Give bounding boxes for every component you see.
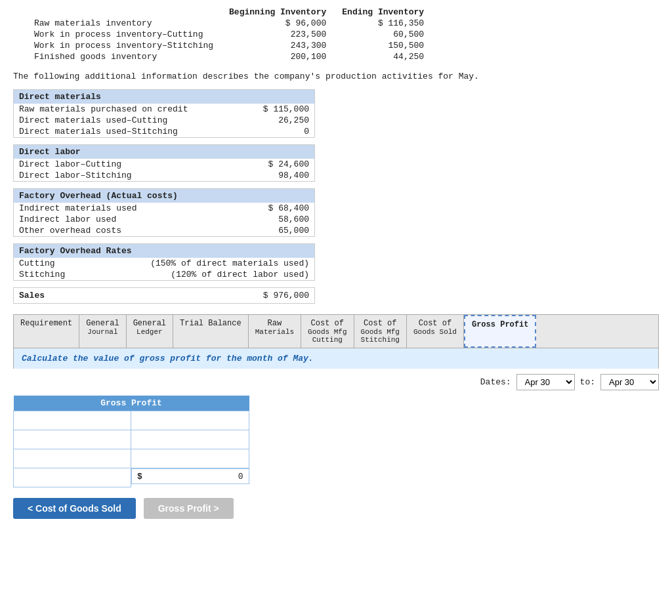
tab-cost-goods-sold-inner: Cost of Goods Sold	[413, 319, 457, 336]
gp-row-1-col1[interactable]	[14, 430, 131, 449]
beginning-inventory-header: Beginning Inventory	[221, 7, 334, 18]
for-row-1-value: (120% of direct labor used)	[171, 270, 309, 279]
tab-general-journal-inner: General Journal	[86, 319, 119, 336]
ending-inventory-header: Ending Inventory	[334, 7, 432, 18]
gp-row-1-col2[interactable]	[131, 430, 249, 449]
inventory-row-1-ending: 60,500	[334, 29, 432, 40]
inventory-row-0-beginning: $ 96,000	[221, 18, 334, 29]
inventory-row-1-label: Work in process inventory–Cutting	[26, 29, 221, 40]
gp-total-col1[interactable]	[14, 468, 131, 487]
for-row-0-value: (150% of direct materials used)	[150, 258, 309, 268]
fo-row-2-label: Other overhead costs	[19, 226, 257, 236]
fo-row-0: Indirect materials used $ 68,400	[14, 203, 314, 214]
dm-row-1-value: 26,250	[257, 115, 309, 125]
gp-header-row: Gross Profit	[14, 396, 249, 411]
for-row-1: Stitching (120% of direct labor used)	[14, 269, 314, 280]
tab-trial-balance[interactable]: Trial Balance	[173, 315, 249, 348]
for-row-0-label: Cutting	[19, 258, 150, 268]
instruction-bar: Calculate the value of gross profit for …	[13, 348, 659, 369]
inventory-row-3-label: Finished goods inventory	[26, 51, 221, 62]
tab-raw-materials-label2: Materials	[255, 328, 294, 336]
tab-trial-balance-label: Trial Balance	[180, 319, 242, 328]
fo-row-0-label: Indirect materials used	[19, 203, 257, 213]
direct-labor-row-0: Direct labor–Cutting $ 24,600	[14, 159, 314, 170]
tab-requirement[interactable]: Requirement	[14, 315, 79, 348]
dl-row-1-label: Direct labor–Stitching	[19, 171, 257, 180]
direct-labor-section: Direct labor Direct labor–Cutting $ 24,6…	[13, 144, 315, 182]
tab-general-journal-label2: Journal	[87, 328, 117, 336]
fo-row-2-value: 65,000	[257, 226, 309, 236]
tab-general-journal[interactable]: General Journal	[79, 315, 126, 348]
gp-header-cell: Gross Profit	[14, 396, 249, 411]
gross-profit-table-wrapper: Gross Profit $ 0	[13, 396, 249, 487]
fo-row-0-value: $ 68,400	[257, 203, 309, 213]
inventory-row-1-beginning: 223,500	[221, 29, 334, 40]
next-button[interactable]: Gross Profit >	[144, 498, 234, 519]
gp-row-2-col1[interactable]	[14, 449, 131, 468]
tab-cost-goods-mfg-stitching[interactable]: Cost of Goods Mfg Stitching	[354, 315, 407, 348]
dates-from-select[interactable]: Apr 30	[516, 374, 575, 390]
dl-row-0-label: Direct labor–Cutting	[19, 159, 257, 169]
additional-info-text: The following additional information des…	[13, 72, 659, 81]
dates-row: Dates: Apr 30 to: Apr 30	[13, 369, 659, 396]
tab-cgmc-label2: Goods Mfg	[308, 328, 346, 336]
gp-input-total-col1[interactable]	[19, 471, 125, 484]
inventory-table: Beginning Inventory Ending Inventory Raw…	[26, 7, 432, 62]
tab-general-ledger-label1: General	[133, 319, 166, 328]
direct-materials-row-0: Raw materials purchased on credit $ 115,…	[14, 104, 314, 115]
dm-row-0-value: $ 115,000	[257, 104, 309, 114]
tab-cgmc-label3: Cutting	[312, 336, 343, 344]
gp-input-0-col1[interactable]	[19, 414, 125, 427]
inventory-row-3-ending: 44,250	[334, 51, 432, 62]
tab-cgms-label1: Cost of	[364, 319, 396, 328]
tab-cgmc-label1: Cost of	[311, 319, 344, 328]
gp-total-col2: $ 0	[131, 468, 249, 484]
inventory-row-1: Work in process inventory–Cutting 223,50…	[26, 29, 432, 40]
gp-input-1-col1[interactable]	[19, 433, 125, 446]
tab-cost-goods-mfg-stitching-inner: Cost of Goods Mfg Stitching	[361, 319, 400, 344]
sales-label: Sales	[19, 291, 257, 300]
dm-row-2-value: 0	[257, 127, 309, 136]
inventory-row-0-ending: $ 116,350	[334, 18, 432, 29]
tab-cost-goods-mfg-cutting[interactable]: Cost of Goods Mfg Cutting	[301, 315, 354, 348]
direct-labor-header: Direct labor	[14, 145, 314, 159]
gp-data-row-2	[14, 449, 249, 468]
direct-materials-row-2: Direct materials used–Stitching 0	[14, 126, 314, 137]
dm-row-1-label: Direct materials used–Cutting	[19, 115, 257, 125]
gp-row-2-col2[interactable]	[131, 449, 249, 468]
gp-total-row: $ 0	[14, 468, 249, 487]
inventory-row-3-beginning: 200,100	[221, 51, 334, 62]
gp-row-0-col1[interactable]	[14, 411, 131, 430]
gp-input-2-col1[interactable]	[19, 452, 125, 465]
fo-row-1: Indirect labor used 58,600	[14, 214, 314, 225]
gp-input-1-col2[interactable]	[136, 433, 243, 446]
inventory-row-2-ending: 150,500	[334, 40, 432, 51]
gp-input-0-col2[interactable]	[136, 414, 243, 427]
gp-input-2-col2[interactable]	[136, 452, 243, 465]
dl-row-1-value: 98,400	[257, 171, 309, 180]
fo-row-2: Other overhead costs 65,000	[14, 225, 314, 236]
dl-row-0-value: $ 24,600	[257, 159, 309, 169]
direct-materials-section: Direct materials Raw materials purchased…	[13, 89, 315, 138]
dates-to-text: to:	[580, 377, 595, 387]
tab-raw-materials-inner: Raw Materials	[255, 319, 294, 336]
tab-general-ledger[interactable]: General Ledger	[127, 315, 173, 348]
direct-materials-header: Direct materials	[14, 90, 314, 104]
tab-cost-goods-sold[interactable]: Cost of Goods Sold	[407, 315, 464, 348]
dates-to-select[interactable]: Apr 30	[600, 374, 659, 390]
sales-block: Sales $ 976,000	[13, 287, 315, 304]
tab-gross-profit[interactable]: Gross Profit	[464, 315, 536, 348]
gp-row-0-col2[interactable]	[131, 411, 249, 430]
factory-overhead-rates-header: Factory Overhead Rates	[14, 244, 314, 258]
tab-gross-profit-label: Gross Profit	[472, 320, 528, 329]
factory-overhead-header: Factory Overhead (Actual costs)	[14, 189, 314, 203]
tab-raw-materials[interactable]: Raw Materials	[249, 315, 301, 348]
tab-cgs-label2: Goods Sold	[413, 328, 457, 336]
nav-buttons: < Cost of Goods Sold Gross Profit >	[13, 498, 659, 519]
tab-cost-goods-mfg-cutting-inner: Cost of Goods Mfg Cutting	[308, 319, 346, 344]
inventory-row-0-label: Raw materials inventory	[26, 18, 221, 29]
inventory-row-2-label: Work in process inventory–Stitching	[26, 40, 221, 51]
top-info-section: Beginning Inventory Ending Inventory Raw…	[13, 7, 659, 304]
tabs-row: Requirement General Journal General Ledg…	[13, 314, 659, 348]
prev-button[interactable]: < Cost of Goods Sold	[13, 498, 136, 519]
